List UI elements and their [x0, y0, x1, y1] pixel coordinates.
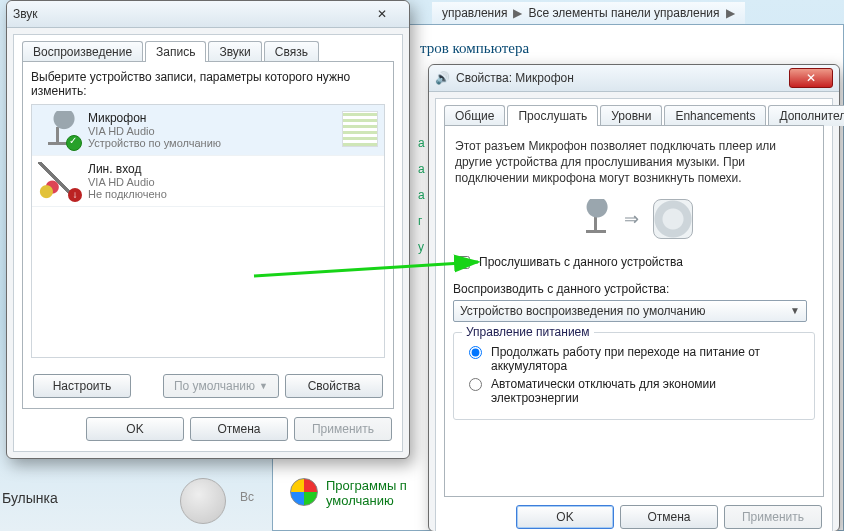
tab-record[interactable]: Запись [145, 41, 206, 62]
close-button[interactable]: ✕ [361, 5, 403, 23]
close-button[interactable]: ✕ [789, 68, 833, 88]
props-title: Свойства: Микрофон [456, 71, 574, 85]
shield-icon [290, 478, 318, 506]
props-dialog-buttons: OK Отмена Применить [444, 497, 824, 531]
playthru-label: Воспроизводить с данного устройства: [453, 282, 815, 296]
tab-general[interactable]: Общие [444, 105, 505, 126]
sound-tabs: Воспроизведение Запись Звуки Связь [22, 41, 394, 62]
listen-checkbox-row[interactable]: Прослушивать с данного устройства [453, 253, 815, 272]
sound-dialog: Звук ✕ Воспроизведение Запись Звуки Связ… [6, 0, 410, 459]
sidebar-fragment: а а а г у [418, 130, 425, 260]
listen-note: Этот разъем Микрофон позволяет подключат… [455, 138, 813, 187]
tab-listen[interactable]: Прослушать [507, 105, 598, 126]
chevron-right-icon: ▶ [726, 6, 735, 20]
chevron-down-icon: ▼ [790, 305, 800, 316]
device-status: Не подключено [88, 188, 167, 200]
sound-title: Звук [13, 7, 38, 21]
chevron-right-icon: ▶ [513, 6, 522, 20]
power-radio-2[interactable] [469, 378, 482, 391]
signal-flow: ⇒ [453, 199, 815, 239]
linein-icon [38, 162, 80, 200]
tab-levels[interactable]: Уровни [600, 105, 662, 126]
sound-titlebar[interactable]: Звук ✕ [7, 1, 409, 28]
breadcrumb-part[interactable]: Все элементы панели управления [528, 6, 719, 20]
device-driver: VIA HD Audio [88, 176, 167, 188]
hint-text: Выберите устройство записи, параметры ко… [31, 70, 385, 98]
microphone-icon [576, 199, 610, 239]
unplugged-badge [68, 188, 82, 202]
device-driver: VIA HD Audio [88, 125, 221, 137]
sound-dialog-buttons: OK Отмена Применить [22, 409, 394, 443]
playback-device-value: Устройство воспроизведения по умолчанию [460, 304, 706, 318]
device-microphone[interactable]: Микрофон VIA HD Audio Устройство по умол… [32, 105, 384, 156]
breadcrumb-part[interactable]: управления [442, 6, 507, 20]
speaker-icon: 🔊 [435, 71, 450, 85]
sound-tab-body: Выберите устройство записи, параметры ко… [22, 61, 394, 409]
chevron-down-icon: ▼ [259, 381, 268, 391]
device-linein[interactable]: Лин. вход VIA HD Audio Не подключено [32, 156, 384, 207]
tab-enhancements[interactable]: Enhancements [664, 105, 766, 126]
power-management-group: Управление питанием Продолжать работу пр… [453, 332, 815, 420]
avatar [180, 478, 226, 524]
speaker-device-icon [653, 199, 693, 239]
device-name: Микрофон [88, 111, 221, 125]
sound-inner: Воспроизведение Запись Звуки Связь Выбер… [13, 34, 403, 452]
power-auto-off[interactable]: Автоматически отключать для экономии эле… [464, 377, 804, 405]
ok-button[interactable]: OK [86, 417, 184, 441]
breadcrumb: управления ▶ Все элементы панели управле… [432, 2, 745, 24]
power-keep-running[interactable]: Продолжать работу при переходе на питани… [464, 345, 804, 373]
default-programs-link[interactable]: Программы п умолчанию [290, 478, 407, 508]
props-tab-body: Этот разъем Микрофон позволяет подключат… [444, 125, 824, 497]
level-meter [342, 111, 378, 147]
tab-advanced[interactable]: Дополнительно [768, 105, 844, 126]
device-status: Устройство по умолчанию [88, 137, 221, 149]
tab-sounds[interactable]: Звуки [208, 41, 261, 62]
cancel-button[interactable]: Отмена [620, 505, 718, 529]
props-tabs: Общие Прослушать Уровни Enhancements Доп… [444, 105, 824, 126]
default-check-badge [66, 135, 82, 151]
cancel-button[interactable]: Отмена [190, 417, 288, 441]
props-titlebar[interactable]: 🔊 Свойства: Микрофон ✕ [429, 65, 839, 92]
group-title: Управление питанием [462, 325, 594, 339]
page-heading-fragment: тров компьютера [420, 40, 529, 57]
power-radio-1[interactable] [469, 346, 482, 359]
tab-comm[interactable]: Связь [264, 41, 319, 62]
mic-properties-dialog: 🔊 Свойства: Микрофон ✕ Общие Прослушать … [428, 64, 840, 531]
listen-checkbox[interactable] [457, 256, 470, 269]
ok-button[interactable]: OK [516, 505, 614, 529]
properties-button[interactable]: Свойства [285, 374, 383, 398]
device-name: Лин. вход [88, 162, 167, 176]
configure-button[interactable]: Настроить [33, 374, 131, 398]
apply-button[interactable]: Применить [724, 505, 822, 529]
tab-playback[interactable]: Воспроизведение [22, 41, 143, 62]
arrow-right-icon: ⇒ [624, 208, 639, 230]
microphone-icon [38, 111, 80, 149]
apply-button[interactable]: Применить [294, 417, 392, 441]
playback-device-select[interactable]: Устройство воспроизведения по умолчанию … [453, 300, 807, 322]
listen-label: Прослушивать с данного устройства [479, 255, 683, 269]
device-list[interactable]: Микрофон VIA HD Audio Устройство по умол… [31, 104, 385, 358]
set-default-button[interactable]: По умолчанию ▼ [163, 374, 279, 398]
user-name: Булынка [2, 490, 58, 506]
props-inner: Общие Прослушать Уровни Enhancements Доп… [435, 98, 833, 531]
label-fragment: Вс [240, 490, 254, 504]
